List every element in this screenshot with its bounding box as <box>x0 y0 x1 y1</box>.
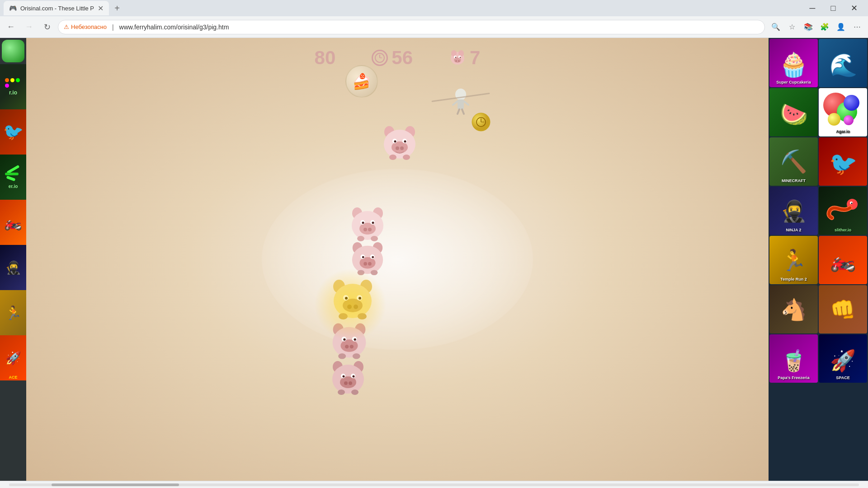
cupcake-item: 🍰 <box>345 65 378 98</box>
pig-golden-area <box>328 277 377 399</box>
right-games-grid: 🧁 Super Cupcakeria 🌊 🍉 <box>769 38 868 384</box>
clock-svg <box>374 52 385 63</box>
right-game-horse[interactable]: 🐴 <box>769 285 818 333</box>
svg-line-17 <box>458 109 459 114</box>
watermelon-emoji: 🍉 <box>769 88 818 136</box>
extensions-button[interactable]: 🧩 <box>817 20 832 34</box>
bookmark-manager-button[interactable]: 📚 <box>801 20 816 34</box>
sidebar-rio-label: r.io <box>9 89 17 96</box>
pig-stack-1-svg <box>347 205 388 244</box>
slither-snake-svg <box>825 195 861 227</box>
sidebar-item-brawl-left[interactable]: 🚀 ACE <box>0 335 26 380</box>
sidebar-item-angry-left[interactable]: 🐦 <box>0 109 26 155</box>
url-display: www.ferryhalim.com/orisinal/g3/pig.htm <box>119 23 229 31</box>
temple-label: Temple Run 2 <box>769 276 818 282</box>
svg-point-5 <box>458 50 464 56</box>
right-game-cupcake-purple[interactable]: 🧋 Papa's Freezeria <box>769 334 818 383</box>
right-game-cupcakeria[interactable]: 🧁 Super Cupcakeria <box>769 39 818 87</box>
pig-falling <box>379 124 420 164</box>
right-game-angry-r[interactable]: 🐦 <box>819 137 867 186</box>
svg-point-38 <box>359 223 376 235</box>
maximize-button[interactable]: □ <box>823 1 844 15</box>
scrollbar-track[interactable] <box>9 483 859 486</box>
svg-rect-14 <box>458 99 464 109</box>
security-warning: ⚠ Небезопасно <box>64 23 107 30</box>
game-area[interactable]: 80 56 <box>26 38 769 481</box>
right-game-puzzle[interactable]: 🌊 <box>819 39 867 87</box>
svg-point-68 <box>359 297 361 300</box>
pig-stack-2 <box>347 240 388 277</box>
right-game-agar[interactable]: Agar.io <box>819 88 867 136</box>
svg-point-70 <box>358 313 367 319</box>
sidebar-item-green[interactable] <box>2 40 24 62</box>
svg-point-62 <box>343 299 363 312</box>
new-tab-button[interactable]: + <box>111 2 123 14</box>
svg-point-34 <box>403 155 410 160</box>
svg-point-33 <box>389 155 396 160</box>
close-button[interactable]: ✕ <box>844 1 864 15</box>
reload-button[interactable]: ↻ <box>40 20 54 34</box>
brawl-emoji: 👊 <box>819 285 867 333</box>
back-button[interactable]: ← <box>4 20 18 34</box>
svg-point-91 <box>343 375 345 378</box>
profile-button[interactable]: 👤 <box>834 20 848 34</box>
toolbar-icons: 🔍 ☆ 📚 🧩 👤 ⋯ <box>769 20 864 34</box>
timer-ball <box>472 113 491 131</box>
cupcake-purple-label: Papa's Freezeria <box>769 375 818 381</box>
bookmark-button[interactable]: ☆ <box>785 20 799 34</box>
scrollbar-thumb[interactable] <box>52 483 179 486</box>
forward-button[interactable]: → <box>22 20 36 34</box>
right-game-slither[interactable]: slither.io <box>819 187 867 235</box>
svg-point-52 <box>368 262 372 266</box>
right-game-space[interactable]: 🚀 SPACE <box>819 334 867 383</box>
puzzle-emoji: 🌊 <box>819 39 867 87</box>
sidebar-item-rio[interactable]: r.io <box>0 64 26 109</box>
svg-point-67 <box>345 297 348 300</box>
svg-point-88 <box>349 381 352 385</box>
tab-close-button[interactable]: ✕ <box>98 4 104 13</box>
sidebar-item-moto-left[interactable]: 🏍️ <box>0 200 26 245</box>
svg-point-97 <box>851 202 852 204</box>
warning-text: Небезопасно <box>71 23 107 30</box>
brawl-label-left: ACE <box>9 375 17 380</box>
svg-point-44 <box>372 222 374 224</box>
right-game-minecraft[interactable]: ⛏️ MINECRAFT <box>769 137 818 186</box>
right-game-temple[interactable]: 🏃 Temple Run 2 <box>769 236 818 284</box>
svg-point-32 <box>404 141 406 143</box>
window-controls: ─ □ ✕ <box>802 1 864 15</box>
lives-value: 7 <box>470 47 480 69</box>
temple-icon-left: 🏃 <box>5 305 22 321</box>
right-game-ninja[interactable]: 🥷 NINJA 2 <box>769 187 818 235</box>
tab-title: Orisinal.com - These Little P <box>20 5 94 12</box>
svg-point-81 <box>339 353 346 359</box>
svg-point-50 <box>360 257 376 268</box>
zoom-button[interactable]: 🔍 <box>769 20 783 34</box>
svg-point-51 <box>364 262 368 266</box>
svg-point-79 <box>344 338 346 341</box>
right-game-brawl[interactable]: 👊 <box>819 285 867 333</box>
cloud-overlay <box>262 169 533 350</box>
separator: | <box>112 23 114 31</box>
svg-point-11 <box>455 57 457 58</box>
menu-button[interactable]: ⋯ <box>850 20 864 34</box>
right-game-watermelon[interactable]: 🍉 <box>769 88 818 136</box>
scrollbar-area <box>0 481 868 488</box>
svg-point-93 <box>338 389 345 395</box>
sidebar-item-temple-left[interactable]: 🏃 <box>0 290 26 335</box>
browser-frame: 🎮 Orisinal.com - These Little P ✕ + ─ □ … <box>0 0 868 488</box>
sidebar-item-slither-left[interactable]: er.io <box>0 155 26 200</box>
moto-emoji: 🏍️ <box>819 236 867 284</box>
active-tab[interactable]: 🎮 Orisinal.com - These Little P ✕ <box>4 1 109 15</box>
address-bar[interactable]: ⚠ Небезопасно | www.ferryhalim.com/orisi… <box>58 20 765 34</box>
minimize-button[interactable]: ─ <box>802 1 823 15</box>
pig-stack-4-svg <box>328 359 368 397</box>
pig-bottom <box>328 359 377 399</box>
svg-point-4 <box>451 50 457 56</box>
right-game-moto[interactable]: 🏍️ <box>819 236 867 284</box>
svg-point-82 <box>353 353 360 359</box>
sidebar-item-ninja-left[interactable]: 🥷 <box>0 245 26 290</box>
lives-pig-icon <box>449 49 466 66</box>
brawl-icon-left: 🚀 <box>5 351 21 366</box>
svg-point-43 <box>362 222 364 224</box>
svg-line-18 <box>462 109 464 114</box>
